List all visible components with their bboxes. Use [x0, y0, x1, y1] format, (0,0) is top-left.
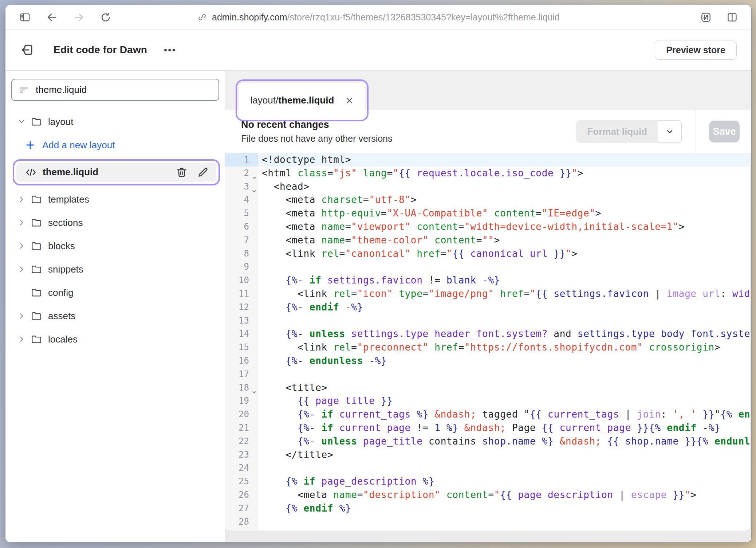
code-line[interactable]: {%- endif -%} — [258, 301, 750, 314]
sidebar-item-snippets[interactable]: snippets — [5, 258, 225, 281]
line-number: 15 — [225, 341, 258, 354]
exit-code-editor-icon[interactable] — [20, 42, 36, 58]
delete-file-icon[interactable] — [176, 166, 188, 179]
desktop-background: admin.shopify.com/store/rzq1xu-f5/themes… — [0, 0, 756, 548]
code-line[interactable]: {%- if current_page != 1 %} &ndash; Page… — [258, 421, 750, 435]
reload-icon[interactable] — [97, 9, 114, 26]
code-lines[interactable]: <!doctype html><html class="js" lang="{{… — [258, 153, 750, 531]
close-tab-icon[interactable] — [345, 96, 354, 105]
address-bar[interactable]: admin.shopify.com/store/rzq1xu-f5/themes… — [197, 5, 560, 29]
folder-icon — [31, 310, 42, 322]
chevron-down-icon[interactable] — [17, 117, 26, 126]
code-line[interactable]: </title> — [258, 448, 750, 462]
line-number: 10 — [225, 274, 258, 287]
code-line[interactable]: {%- if current_tags %} &ndash; tagged "{… — [258, 408, 750, 421]
sidebar-item-templates[interactable]: templates — [5, 188, 225, 211]
sidebar-item-locales[interactable]: locales — [5, 328, 225, 351]
line-number: 2 — [225, 167, 258, 180]
code-line[interactable]: {%- if settings.favicon != blank -%} — [258, 274, 750, 287]
fold-chevron-icon[interactable] — [251, 185, 257, 191]
line-number: 9 — [225, 260, 258, 274]
search-input[interactable] — [35, 84, 212, 96]
code-line[interactable]: <link rel="icon" type="image/png" href="… — [258, 287, 750, 301]
chevron-right-icon[interactable] — [17, 311, 26, 321]
code-line[interactable]: {% endif %} — [258, 502, 750, 515]
line-number: 14 — [225, 327, 258, 341]
code-line[interactable]: <link rel="canonical" href="{{ canonical… — [258, 247, 750, 261]
code-line[interactable]: <meta name="theme-color" content=""> — [258, 234, 750, 247]
back-icon[interactable] — [43, 9, 60, 26]
page-settings-icon[interactable] — [697, 9, 714, 26]
code-line[interactable]: {% render 'meta-tags' %} — [258, 528, 750, 531]
chevron-right-icon[interactable] — [17, 265, 26, 274]
code-line[interactable]: {% if page_description %} — [258, 475, 750, 488]
sidebar-item-layout[interactable]: layout — [5, 110, 225, 133]
sidebar-file-theme-liquid[interactable]: theme.liquid — [16, 163, 216, 182]
link-icon — [197, 12, 207, 22]
file-tree: layoutAdd a new layouttheme.liquidtempla… — [5, 110, 225, 351]
code-line[interactable]: {%- unless settings.type_header_font.sys… — [258, 327, 750, 341]
file-sidebar: layoutAdd a new layouttheme.liquidtempla… — [5, 71, 225, 542]
code-line[interactable]: <head> — [258, 180, 750, 193]
code-line[interactable] — [258, 368, 750, 381]
save-button[interactable]: Save — [709, 121, 740, 142]
more-menu-button[interactable]: ••• — [164, 45, 176, 55]
chevron-right-icon[interactable] — [17, 195, 26, 204]
line-number: 17 — [225, 368, 258, 381]
line-number: 24 — [225, 461, 258, 475]
rename-file-icon[interactable] — [197, 166, 209, 179]
code-line[interactable]: <title> — [258, 381, 750, 395]
code-line[interactable]: <meta charset="utf-8"> — [258, 193, 750, 207]
folder-label: snippets — [48, 264, 83, 275]
format-liquid-button[interactable]: Format liquid — [576, 120, 682, 143]
sidebar-toggle-icon[interactable] — [16, 9, 33, 26]
line-number: 21 — [225, 421, 258, 435]
add-new-layout-button[interactable]: Add a new layout — [5, 133, 225, 157]
folder-label: config — [48, 287, 73, 298]
preview-store-button[interactable]: Preview store — [655, 40, 737, 60]
chevron-right-icon[interactable] — [17, 334, 26, 344]
url-host: admin.shopify.com — [212, 12, 287, 22]
file-label: theme.liquid — [43, 167, 98, 178]
tab-label: layout/theme.liquid — [251, 95, 334, 106]
line-number: 26 — [225, 488, 258, 502]
code-line[interactable] — [258, 314, 750, 328]
code-line[interactable]: {%- endunless -%} — [258, 354, 750, 368]
format-liquid-label[interactable]: Format liquid — [576, 120, 658, 143]
file-search[interactable] — [11, 79, 219, 101]
code-line[interactable]: <meta name="viewport" content="width=dev… — [258, 220, 750, 234]
toolbar-divider — [696, 110, 696, 153]
format-options-dropdown[interactable] — [658, 120, 682, 143]
folder-label: assets — [48, 310, 75, 322]
code-line[interactable]: <html class="js" lang="{{ request.locale… — [258, 167, 750, 180]
code-line[interactable]: <link rel="preconnect" href="https://fon… — [258, 341, 750, 354]
code-line[interactable]: <!doctype html> — [258, 153, 750, 167]
code-line[interactable] — [258, 461, 750, 475]
code-line[interactable]: <meta http-equiv="X-UA-Compatible" conte… — [258, 207, 750, 220]
line-number: 16 — [225, 354, 258, 368]
chevron-down-icon — [665, 126, 675, 137]
fold-chevron-icon[interactable] — [251, 171, 257, 177]
sidebar-item-sections[interactable]: sections — [5, 211, 225, 234]
sidebar-item-assets[interactable]: assets — [5, 304, 225, 328]
fold-chevron-icon[interactable] — [251, 386, 257, 392]
sidebar-item-blocks[interactable]: blocks — [5, 234, 225, 258]
code-line[interactable] — [258, 260, 750, 274]
folder-icon — [31, 193, 42, 205]
code-line[interactable]: <meta name="description" content="{{ pag… — [258, 488, 750, 502]
tab-theme-liquid[interactable]: layout/theme.liquid — [239, 83, 365, 118]
code-line[interactable]: {{ page_title }} — [258, 394, 750, 408]
code-editor[interactable]: 1234567891011121314151617181920212223242… — [225, 153, 750, 531]
sidebar-item-config[interactable]: config — [5, 281, 225, 304]
code-line[interactable] — [258, 515, 750, 529]
line-number: 23 — [225, 448, 258, 462]
chevron-right-icon[interactable] — [17, 241, 26, 251]
chevron-right-icon[interactable] — [17, 218, 26, 227]
code-line[interactable]: {%- unless page_title contains shop.name… — [258, 435, 750, 448]
line-number: 5 — [225, 207, 258, 220]
split-view-icon[interactable] — [724, 9, 740, 26]
line-number: 6 — [225, 220, 258, 234]
forward-icon[interactable] — [70, 9, 87, 26]
line-number: 22 — [225, 435, 258, 448]
line-number: 25 — [225, 475, 258, 488]
